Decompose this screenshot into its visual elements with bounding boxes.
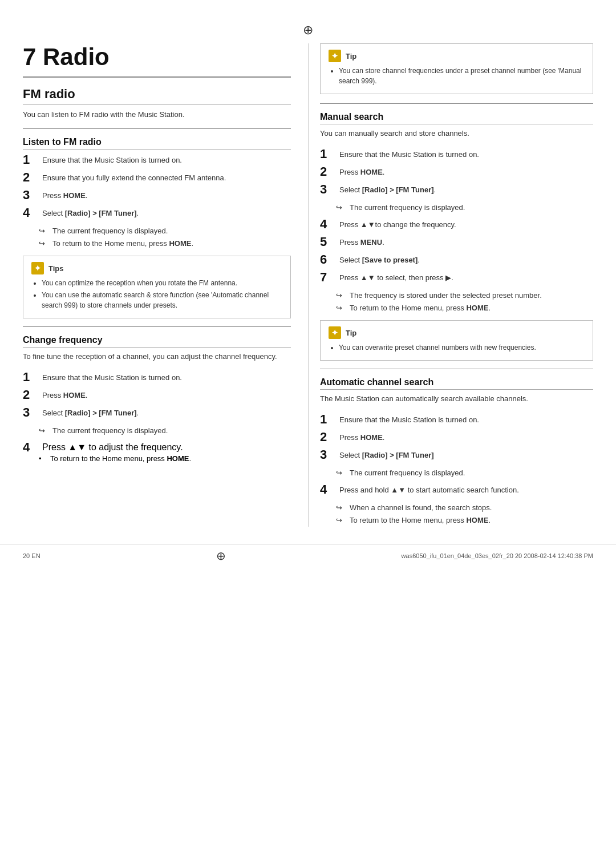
auto-search-steps: 1 Ensure that the Music Station is turne… [320,413,593,462]
change-freq-steps: 1 Ensure that the Music Station is turne… [23,370,291,420]
left-column: 7 Radio FM radio You can listen to FM ra… [23,43,308,527]
chapter-divider [23,76,291,78]
tip-item-1: You can optimize the reception when you … [42,278,282,288]
ms-step-2: 2 Press HOME. [320,165,593,179]
ms-step-7: 7 Press ▲▼ to select, then press ▶. [320,270,593,284]
divider-4 [320,369,593,369]
cf-step-4: 4 Press ▲▼ to adjust the frequency. [23,441,291,454]
ms-step-4: 4 Press ▲▼to change the frequency. [320,217,593,231]
divider-1 [23,128,291,129]
footer-compass-icon: ⊕ [216,549,226,563]
listen-fm-steps: 1 Ensure that the Music Station is turne… [23,153,291,220]
tip-box-mid: ✦ Tip You can overwrite preset channel n… [320,320,593,361]
tip-header-1: ✦ Tips [31,262,282,274]
tip-header-top: ✦ Tip [329,50,585,62]
step-3: 3 Press HOME. [23,188,291,202]
cf-arrow-step3: ↪ The current frequency is displayed. [39,425,291,437]
manual-search-intro: You can manually search and store channe… [320,128,593,139]
step-4: 4 Select [Radio] > [FM Tuner]. [23,206,291,220]
divider-2 [23,326,291,327]
step-2: 2 Ensure that you fully extend the conne… [23,171,291,184]
cf-step-1: 1 Ensure that the Music Station is turne… [23,370,291,384]
ms-step-5: 5 Press MENU. [320,235,593,249]
tip-mid-item-1: You can overwrite preset channel numbers… [339,342,585,353]
fm-radio-intro: You can listen to FM radio with the Musi… [23,109,291,120]
tip-label-1: Tips [48,264,64,273]
change-freq-title: Change frequency [23,335,291,348]
as-arrow-step4-1: ↪ When a channel is found, the search st… [336,502,593,514]
cf-step4-bullet: • To return to the Home menu, press HOME… [39,454,291,463]
as-step-2: 2 Press HOME. [320,430,593,444]
tip-top-item-1: You can store channel frequencies under … [339,66,585,86]
manual-search-steps: 1 Ensure that the Music Station is turne… [320,147,593,197]
ms-arrow-step3: ↪ The current frequency is displayed. [336,202,593,213]
auto-search-steps-cont: 4 Press and hold ▲▼ to start automatic s… [320,483,593,496]
top-compass-icon: ⊕ [0,23,616,38]
auto-search-title: Automatic channel search [320,377,593,390]
tip-star-icon-1: ✦ [31,262,44,274]
ms-step-1: 1 Ensure that the Music Station is turne… [320,147,593,161]
listen-fm-title: Listen to FM radio [23,137,291,150]
footer: 20 EN ⊕ was6050_ifu_01en_04de_03es_02fr_… [0,544,616,563]
step-1: 1 Ensure that the Music Station is turne… [23,153,291,167]
as-arrow-step4-2: ↪ To return to the Home menu, press HOME… [336,515,593,526]
tip-box-1: ✦ Tips You can optimize the reception wh… [23,256,291,318]
chapter-title: 7 Radio [23,43,291,71]
ms-arrow-step7-2: ↪ To return to the Home menu, press HOME… [336,302,593,314]
page: ⊕ 7 Radio FM radio You can listen to FM … [0,0,616,848]
tip-list-1: You can optimize the reception when you … [42,278,282,310]
tip-star-icon-top: ✦ [329,50,341,62]
tip-header-mid: ✦ Tip [329,326,585,339]
tip-label-mid: Tip [346,329,356,337]
as-step-1: 1 Ensure that the Music Station is turne… [320,413,593,426]
footer-page-number: 20 EN [23,552,40,559]
ms-step-3: 3 Select [Radio] > [FM Tuner]. [320,183,593,196]
arrow-step4-1: ↪ The current frequency is displayed. [39,225,291,237]
right-column: ✦ Tip You can store channel frequencies … [308,43,593,527]
tip-list-top: You can store channel frequencies under … [339,66,585,86]
tip-label-top: Tip [346,52,356,60]
content-area: 7 Radio FM radio You can listen to FM ra… [0,43,616,527]
as-step-4: 4 Press and hold ▲▼ to start automatic s… [320,483,593,496]
ms-step-6: 6 Select [Save to preset]. [320,253,593,266]
footer-file-info: was6050_ifu_01en_04de_03es_02fr_20 20 20… [402,552,593,559]
auto-search-intro: The Music Station can automatically sear… [320,393,593,405]
tip-list-mid: You can overwrite preset channel numbers… [339,342,585,353]
as-arrow-step3: ↪ The current frequency is displayed. [336,467,593,479]
manual-search-steps-cont: 4 Press ▲▼to change the frequency. 5 Pre… [320,217,593,285]
cf-step-2: 2 Press HOME. [23,388,291,402]
fm-radio-section-title: FM radio [23,87,291,104]
as-step-3: 3 Select [Radio] > [FM Tuner] [320,448,593,462]
tip-item-2: You can use the automatic search & store… [42,290,282,310]
change-freq-intro: To fine tune the reception of a channel,… [23,351,291,362]
cf-step-4-container: 4 Press ▲▼ to adjust the frequency. • To… [23,441,291,463]
manual-search-title: Manual search [320,112,593,124]
cf-step-3: 3 Select [Radio] > [FM Tuner]. [23,406,291,419]
ms-arrow-step7-1: ↪ The frequency is stored under the sele… [336,290,593,301]
divider-3 [320,103,593,104]
tip-star-icon-mid: ✦ [329,326,341,339]
tip-box-top: ✦ Tip You can store channel frequencies … [320,43,593,94]
arrow-step4-2: ↪ To return to the Home menu, press HOME… [39,238,291,249]
